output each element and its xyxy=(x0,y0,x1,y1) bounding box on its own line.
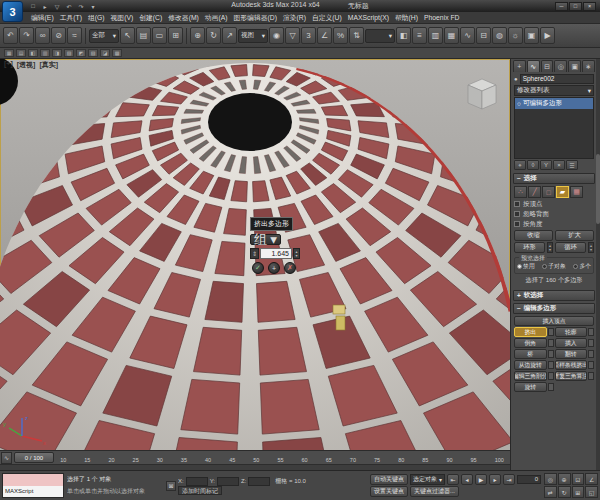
modify-tab[interactable]: ∿ xyxy=(527,60,540,72)
settings-box-button[interactable] xyxy=(588,339,594,347)
edit-poly-button[interactable]: 重复三角算法 xyxy=(555,371,588,381)
minimize-button[interactable]: ─ xyxy=(555,2,568,11)
panel-scrollbar-thumb[interactable] xyxy=(596,154,600,224)
previous-frame-icon[interactable]: ◂ xyxy=(461,474,473,485)
ribbon-panel-button[interactable]: ◩ xyxy=(76,49,86,57)
radio-icon[interactable] xyxy=(573,264,578,269)
hierarchy-tab[interactable]: ⊟ xyxy=(541,60,554,72)
remove-modifier-icon[interactable]: × xyxy=(553,160,565,170)
zoom-all-icon[interactable]: ⊕ xyxy=(558,473,571,485)
menu-item[interactable]: 渲染(R) xyxy=(280,13,309,23)
select-and-link-icon[interactable]: ∞ xyxy=(35,27,50,44)
ribbon-toggle-icon[interactable]: ▦ xyxy=(444,27,459,44)
edit-poly-button[interactable]: 旋转 xyxy=(514,382,547,392)
extrude-height-input[interactable]: 1.645 xyxy=(260,248,292,259)
rectangular-region-icon[interactable]: ▭ xyxy=(152,27,167,44)
reference-coordinate-dropdown[interactable]: 视图 ▾ xyxy=(238,29,268,43)
zoom-region-icon[interactable]: ⊞ xyxy=(572,486,585,498)
caddy-cancel-button[interactable]: ✗ xyxy=(284,262,296,274)
orbit-icon[interactable]: ↻ xyxy=(558,486,571,498)
add-time-tag-button[interactable]: 添加时间标记 xyxy=(178,486,222,495)
select-and-move-icon[interactable]: ⊕ xyxy=(190,27,205,44)
current-frame-input[interactable]: 0 xyxy=(517,475,541,484)
object-name-input[interactable]: Sphere002 xyxy=(520,74,594,84)
ribbon-panel-button[interactable]: ◪ xyxy=(100,49,110,57)
grow-button[interactable]: 扩大 xyxy=(555,230,594,241)
viewcube[interactable] xyxy=(468,79,496,109)
x-coordinate-input[interactable] xyxy=(186,477,208,486)
named-selection-sets-dropdown[interactable]: ▾ xyxy=(365,29,395,43)
ring-button[interactable]: 环形 xyxy=(514,242,545,253)
next-frame-icon[interactable]: ▸ xyxy=(489,474,501,485)
mini-curve-editor-button[interactable]: ∿ xyxy=(1,452,12,464)
ribbon-panel-button[interactable]: ▥ xyxy=(40,49,50,57)
edit-poly-button[interactable]: 编辑三角剖分 xyxy=(514,371,547,381)
settings-box-button[interactable] xyxy=(588,350,594,358)
caddy-apply-button[interactable]: + xyxy=(268,262,280,274)
loop-button[interactable]: 循环 xyxy=(555,242,586,253)
modifier-list-dropdown[interactable]: 修改器列表 ▾ xyxy=(514,85,594,96)
make-unique-icon[interactable]: Y xyxy=(540,160,552,170)
settings-box-button[interactable] xyxy=(548,350,554,358)
y-coordinate-input[interactable] xyxy=(217,477,239,486)
auto-key-button[interactable]: 自动关键点 xyxy=(370,474,408,485)
extrude-height-spinner[interactable]: ▴ ▾ xyxy=(293,248,300,259)
checkbox[interactable] xyxy=(514,211,520,217)
edit-poly-button[interactable]: 翻转 xyxy=(555,349,588,359)
material-editor-icon[interactable]: ◍ xyxy=(492,27,507,44)
preview-selection-radio[interactable]: 子对象 xyxy=(542,262,565,271)
settings-box-button[interactable] xyxy=(548,383,554,391)
rendered-frame-icon[interactable]: ▣ xyxy=(524,27,539,44)
undo-icon[interactable]: ↶ xyxy=(3,27,18,44)
application-menu-button[interactable]: 3 xyxy=(2,1,23,22)
curve-editor-icon[interactable]: ∿ xyxy=(460,27,475,44)
polygon-subobject-button[interactable]: ▰ xyxy=(556,186,569,198)
configure-modifier-sets-icon[interactable]: ☰ xyxy=(566,160,578,170)
time-slider-handle[interactable]: 0 / 100 xyxy=(14,452,54,463)
ring-spinner[interactable]: ▴ ▾ xyxy=(547,242,553,253)
select-and-rotate-icon[interactable]: ↻ xyxy=(206,27,221,44)
render-setup-icon[interactable]: ☼ xyxy=(508,27,523,44)
vertex-subobject-button[interactable]: ∴ xyxy=(514,186,527,198)
viewport-pov-label[interactable]: [透视] xyxy=(17,60,36,70)
maximize-viewport-toggle-icon[interactable]: ◱ xyxy=(585,486,598,498)
spinner-down-icon[interactable]: ▾ xyxy=(549,248,551,252)
select-and-scale-icon[interactable]: ↗ xyxy=(222,27,237,44)
extrude-settings-button[interactable] xyxy=(548,328,554,336)
object-color-swatch[interactable]: ● xyxy=(514,76,518,82)
outline-settings-button[interactable] xyxy=(588,328,594,336)
extrude-type-dropdown[interactable]: 组 ▾ xyxy=(250,234,281,245)
save-file-icon[interactable]: ▽ xyxy=(52,1,62,11)
spinner-snap-icon[interactable]: ⇅ xyxy=(349,27,364,44)
zoom-icon[interactable]: ◎ xyxy=(544,473,557,485)
edit-polygons-rollout-header[interactable]: − 编辑多边形 xyxy=(513,303,595,314)
menu-item[interactable]: 视图(V) xyxy=(108,13,137,23)
listener-field[interactable]: MAXScript xyxy=(3,486,63,498)
menu-item[interactable]: 自定义(U) xyxy=(309,13,345,23)
menu-item[interactable]: 修改器(M) xyxy=(165,13,202,23)
outline-button[interactable]: 轮廓 xyxy=(555,327,588,337)
select-by-name-icon[interactable]: ▤ xyxy=(136,27,151,44)
maxscript-mini-listener[interactable]: MAXScript xyxy=(2,473,64,498)
settings-box-button[interactable] xyxy=(548,339,554,347)
menu-item[interactable]: 创建(C) xyxy=(136,13,165,23)
stack-item-editable-poly[interactable]: ○ 可编辑多边形 xyxy=(515,98,593,109)
track-bar-ruler[interactable]: 0510152025303540455055606570758085909510… xyxy=(12,453,510,464)
ribbon-panel-button[interactable]: ▩ xyxy=(112,49,122,57)
spinner-down-icon[interactable]: ▾ xyxy=(295,254,297,258)
use-pivot-center-icon[interactable]: ◉ xyxy=(269,27,284,44)
edit-poly-button[interactable]: 从边旋转 xyxy=(514,360,547,370)
z-coordinate-input[interactable] xyxy=(248,477,270,486)
shrink-button[interactable]: 收缩 xyxy=(514,230,553,241)
window-crossing-icon[interactable]: ⊞ xyxy=(168,27,183,44)
utilities-tab[interactable]: ∗ xyxy=(582,60,595,72)
set-key-button[interactable]: 设置关键点 xyxy=(370,486,408,497)
select-object-icon[interactable]: ↖ xyxy=(120,27,135,44)
display-tab[interactable]: ▣ xyxy=(568,60,581,72)
settings-box-button[interactable] xyxy=(588,361,594,369)
preview-selection-radio[interactable]: 禁用 xyxy=(517,262,535,271)
workspace-dropdown-icon[interactable]: ▾ xyxy=(88,1,98,11)
preview-selection-radio[interactable]: 多个 xyxy=(573,262,591,271)
selection-lock-toggle[interactable]: ⊠ xyxy=(166,481,176,491)
close-button[interactable]: × xyxy=(583,2,596,11)
